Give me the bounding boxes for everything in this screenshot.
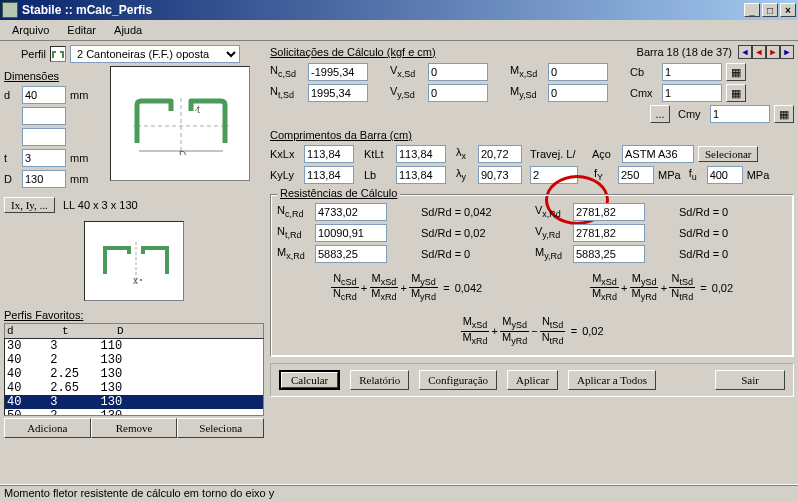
Cmx-input[interactable] bbox=[662, 84, 722, 102]
nav-next-button[interactable]: ► bbox=[766, 45, 780, 59]
perfil-label: Perfil bbox=[4, 48, 46, 60]
lambdax-input[interactable] bbox=[478, 145, 522, 163]
menu-ajuda[interactable]: Ajuda bbox=[106, 22, 150, 38]
MxRd-input[interactable] bbox=[315, 245, 387, 263]
fav-header-t: t bbox=[62, 325, 117, 337]
lambday-input[interactable] bbox=[478, 166, 522, 184]
barra-info: Barra 18 (18 de 37) bbox=[637, 46, 732, 58]
MyRd-label: My,Rd bbox=[535, 246, 569, 261]
Lb-input[interactable] bbox=[396, 166, 446, 184]
VxSd-input[interactable] bbox=[428, 63, 488, 81]
list-item[interactable]: 30 3 110 bbox=[5, 339, 263, 353]
d-label: d bbox=[4, 89, 18, 101]
list-item[interactable]: 40 2 130 bbox=[5, 353, 263, 367]
NtSd-input[interactable] bbox=[308, 84, 368, 102]
MxRd-label: Mx,Rd bbox=[277, 246, 311, 261]
nav-first-button[interactable]: ◄ bbox=[738, 45, 752, 59]
blank-input-1 bbox=[22, 107, 66, 125]
D-input[interactable] bbox=[22, 170, 66, 188]
KyLy-label: KyLy bbox=[270, 169, 300, 181]
VyRd-input[interactable] bbox=[573, 224, 645, 242]
Cb-icon-button[interactable]: ▦ bbox=[726, 63, 746, 81]
MySd-label: My,Sd bbox=[510, 85, 544, 100]
KyLy-input[interactable] bbox=[304, 166, 354, 184]
VxRd-label: Vx,Rd bbox=[535, 204, 569, 219]
calcular-button[interactable]: Calcular bbox=[279, 370, 340, 390]
d-input[interactable] bbox=[22, 86, 66, 104]
KtLt-input[interactable] bbox=[396, 145, 446, 163]
VxRd-input[interactable] bbox=[573, 203, 645, 221]
fav-header-D: D bbox=[117, 325, 261, 337]
sair-button[interactable]: Sair bbox=[715, 370, 785, 390]
aplicar-button[interactable]: Aplicar bbox=[507, 370, 558, 390]
travej-input[interactable] bbox=[530, 166, 578, 184]
MySd-input[interactable] bbox=[548, 84, 608, 102]
t-input[interactable] bbox=[22, 149, 66, 167]
NcRd-input[interactable] bbox=[315, 203, 387, 221]
travej-label: Travej. L/ bbox=[530, 148, 582, 160]
nav-prev-button[interactable]: ◄ bbox=[752, 45, 766, 59]
select-button[interactable]: Seleciona bbox=[177, 418, 264, 438]
ellipsis-button[interactable]: ... bbox=[650, 105, 670, 123]
perfil-combo[interactable]: 2 Cantoneiras (F.F.) oposta bbox=[70, 45, 240, 63]
VxRd-ratio: Sd/Rd = 0 bbox=[679, 206, 728, 218]
menu-editar[interactable]: Editar bbox=[59, 22, 104, 38]
MxRd-ratio: Sd/Rd = 0 bbox=[421, 248, 511, 260]
grid-icon: ▦ bbox=[731, 87, 741, 100]
KxLx-input[interactable] bbox=[304, 145, 354, 163]
grid-icon: ▦ bbox=[731, 66, 741, 79]
favorites-label: Perfis Favoritos: bbox=[4, 309, 264, 321]
remove-button[interactable]: Remove bbox=[91, 418, 178, 438]
NtRd-ratio: Sd/Rd = 0,02 bbox=[421, 227, 511, 239]
blank-input-2 bbox=[22, 128, 66, 146]
Cmy-label: Cmy bbox=[678, 108, 706, 120]
menu-arquivo[interactable]: Arquivo bbox=[4, 22, 57, 38]
menu-bar: Arquivo Editar Ajuda bbox=[0, 20, 798, 41]
fy-input[interactable] bbox=[618, 166, 654, 184]
window-title: Stabile :: mCalc_Perfis bbox=[22, 3, 744, 17]
fu-label: fu bbox=[689, 167, 703, 182]
aplicar-todos-button[interactable]: Aplicar a Todos bbox=[568, 370, 656, 390]
NtRd-input[interactable] bbox=[315, 224, 387, 242]
NcSd-input[interactable] bbox=[308, 63, 368, 81]
VyRd-ratio: Sd/Rd = 0 bbox=[679, 227, 728, 239]
Cb-input[interactable] bbox=[662, 63, 722, 81]
Cb-label: Cb bbox=[630, 66, 658, 78]
NtRd-label: Nt,Rd bbox=[277, 225, 311, 240]
Cmy-icon-button[interactable]: ▦ bbox=[774, 105, 794, 123]
close-button[interactable]: × bbox=[780, 3, 796, 17]
equation-3: MxSdMxRd + MySdMyRd − NtSdNtRd = 0,02 bbox=[460, 316, 603, 345]
maximize-button[interactable]: □ bbox=[762, 3, 778, 17]
ixiy-button[interactable]: Ix, Iy, ... bbox=[4, 197, 55, 213]
MyRd-ratio: Sd/Rd = 0 bbox=[679, 248, 728, 260]
KtLt-label: KtLt bbox=[364, 148, 392, 160]
grid-icon: ▦ bbox=[779, 108, 789, 121]
perfil-icon bbox=[50, 46, 66, 62]
NcRd-label: Nc,Rd bbox=[277, 204, 311, 219]
Cmy-input[interactable] bbox=[710, 105, 770, 123]
minimize-button[interactable]: _ bbox=[744, 3, 760, 17]
add-button[interactable]: Adiciona bbox=[4, 418, 91, 438]
aco-label: Aço bbox=[592, 148, 618, 160]
svg-point-10 bbox=[140, 279, 142, 281]
VySd-input[interactable] bbox=[428, 84, 488, 102]
MyRd-input[interactable] bbox=[573, 245, 645, 263]
section-preview: x bbox=[84, 221, 184, 301]
configuracao-button[interactable]: Configuração bbox=[419, 370, 497, 390]
fu-unit: MPa bbox=[747, 169, 770, 181]
list-item[interactable]: 40 2.65 130 bbox=[5, 381, 263, 395]
aco-input[interactable] bbox=[622, 145, 694, 163]
selecionar-button[interactable]: Selecionar bbox=[698, 146, 758, 162]
list-item[interactable]: 50 2 130 bbox=[5, 409, 263, 416]
status-bar: Momento fletor resistente de cálculo em … bbox=[0, 484, 798, 502]
MxSd-input[interactable] bbox=[548, 63, 608, 81]
Cmx-icon-button[interactable]: ▦ bbox=[726, 84, 746, 102]
favorites-list[interactable]: 30 3 11040 2 13040 2.25 13040 2.65 13040… bbox=[4, 338, 264, 416]
fav-header-d: d bbox=[7, 325, 62, 337]
nav-last-button[interactable]: ► bbox=[780, 45, 794, 59]
relatorio-button[interactable]: Relatório bbox=[350, 370, 409, 390]
fu-input[interactable] bbox=[707, 166, 743, 184]
list-item[interactable]: 40 3 130 bbox=[5, 395, 263, 409]
NcSd-label: Nc,Sd bbox=[270, 64, 304, 79]
list-item[interactable]: 40 2.25 130 bbox=[5, 367, 263, 381]
